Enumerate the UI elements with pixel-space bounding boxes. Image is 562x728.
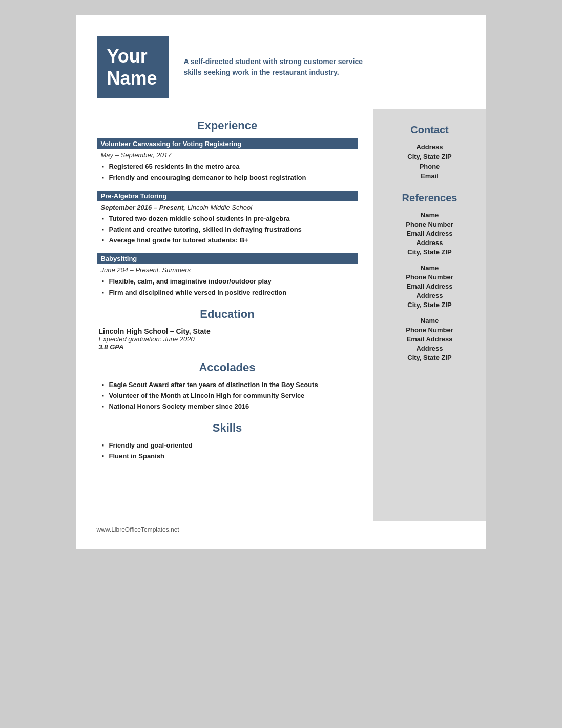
ref-2-address: Address: [381, 292, 478, 299]
reference-3: Name Phone Number Email Address Address …: [381, 317, 478, 361]
accolade-1: Eagle Scout Award after ten years of dis…: [102, 380, 358, 390]
contact-phone: Phone: [381, 163, 478, 170]
job-2: Pre-Algebra Tutoring September 2016 – Pr…: [97, 191, 358, 246]
skill-2: Fluent in Spanish: [102, 452, 358, 461]
job-2-bullets: Tutored two dozen middle school students…: [97, 214, 358, 246]
contact-address: Address: [381, 143, 478, 151]
ref-3-phone: Phone Number: [381, 326, 478, 334]
contact-section: Contact Address City, State ZIP Phone Em…: [381, 124, 478, 180]
ref-2-city: City, State ZIP: [381, 301, 478, 309]
job-2-bullet-2: Patient and creative tutoring, skilled i…: [102, 225, 358, 234]
reference-2: Name Phone Number Email Address Address …: [381, 264, 478, 309]
name-box: Your Name: [97, 36, 169, 98]
resume-page: Your Name A self-directed student with s…: [76, 15, 486, 549]
experience-section: Experience Volunteer Canvassing for Voti…: [97, 119, 358, 297]
references-title: References: [381, 192, 478, 204]
skills-bullets: Friendly and goal-oriented Fluent in Spa…: [97, 441, 358, 461]
left-column: Experience Volunteer Canvassing for Voti…: [76, 109, 373, 521]
accolade-3: National Honors Society member since 201…: [102, 402, 358, 411]
accolades-section: Accolades Eagle Scout Award after ten ye…: [97, 361, 358, 412]
footer: www.LibreOfficeTemplates.net: [76, 521, 486, 533]
ref-1-city: City, State ZIP: [381, 248, 478, 256]
graduation-date: Expected graduation: June 2020: [99, 335, 358, 343]
ref-2-phone: Phone Number: [381, 273, 478, 281]
footer-url: www.LibreOfficeTemplates.net: [97, 526, 179, 533]
contact-title: Contact: [381, 124, 478, 136]
job-3-title: Babysitting: [97, 253, 358, 264]
accolades-title: Accolades: [97, 361, 358, 374]
header-section: Your Name A self-directed student with s…: [76, 36, 486, 109]
skills-section: Skills Friendly and goal-oriented Fluent…: [97, 421, 358, 461]
job-1-date: May – September, 2017: [97, 151, 358, 159]
education-block: Lincoln High School – City, State Expect…: [97, 327, 358, 351]
accolade-2: Volunteer of the Month at Lincoln High f…: [102, 391, 358, 400]
job-3-date: June 204 – Present, Summers: [97, 266, 358, 274]
reference-1: Name Phone Number Email Address Address …: [381, 211, 478, 256]
job-2-date: September 2016 – Present, Lincoln Middle…: [97, 204, 358, 211]
right-column: Contact Address City, State ZIP Phone Em…: [373, 109, 486, 521]
skills-title: Skills: [97, 421, 358, 435]
gpa: 3.8 GPA: [99, 343, 358, 351]
contact-city: City, State ZIP: [381, 153, 478, 160]
ref-3-address: Address: [381, 345, 478, 352]
contact-email: Email: [381, 172, 478, 180]
name-line1: Your: [107, 46, 148, 67]
education-section: Education Lincoln High School – City, St…: [97, 308, 358, 351]
job-1-title: Volunteer Canvassing for Voting Register…: [97, 138, 358, 149]
experience-title: Experience: [97, 119, 358, 132]
job-3: Babysitting June 204 – Present, Summers …: [97, 253, 358, 297]
ref-1-address: Address: [381, 239, 478, 247]
skill-1: Friendly and goal-oriented: [102, 441, 358, 450]
job-2-title: Pre-Algebra Tutoring: [97, 191, 358, 201]
ref-1-email: Email Address: [381, 230, 478, 237]
job-1: Volunteer Canvassing for Voting Register…: [97, 138, 358, 182]
ref-1-name: Name: [381, 211, 478, 219]
ref-3-city: City, State ZIP: [381, 354, 478, 361]
job-3-bullets: Flexible, calm, and imaginative indoor/o…: [97, 277, 358, 297]
name-line2: Name: [107, 68, 157, 89]
job-3-bullet-1: Flexible, calm, and imaginative indoor/o…: [102, 277, 358, 286]
main-content: Experience Volunteer Canvassing for Voti…: [76, 109, 486, 521]
references-section: References Name Phone Number Email Addre…: [381, 192, 478, 361]
ref-3-email: Email Address: [381, 335, 478, 343]
job-1-bullets: Registered 65 residents in the metro are…: [97, 162, 358, 182]
job-1-bullet-2: Friendly and encouraging demeanor to hel…: [102, 173, 358, 183]
accolades-bullets: Eagle Scout Award after ten years of dis…: [97, 380, 358, 412]
ref-1-phone: Phone Number: [381, 220, 478, 228]
job-2-bullet-1: Tutored two dozen middle school students…: [102, 214, 358, 224]
job-2-bullet-3: Average final grade for tutored students…: [102, 236, 358, 245]
ref-2-email: Email Address: [381, 282, 478, 290]
ref-2-name: Name: [381, 264, 478, 272]
job-1-bullet-1: Registered 65 residents in the metro are…: [102, 162, 358, 171]
education-title: Education: [97, 308, 358, 321]
ref-3-name: Name: [381, 317, 478, 325]
school-name: Lincoln High School – City, State: [99, 327, 358, 335]
job-3-bullet-2: Firm and disciplined while versed in pos…: [102, 288, 358, 297]
tagline: A self-directed student with strong cust…: [184, 56, 379, 78]
